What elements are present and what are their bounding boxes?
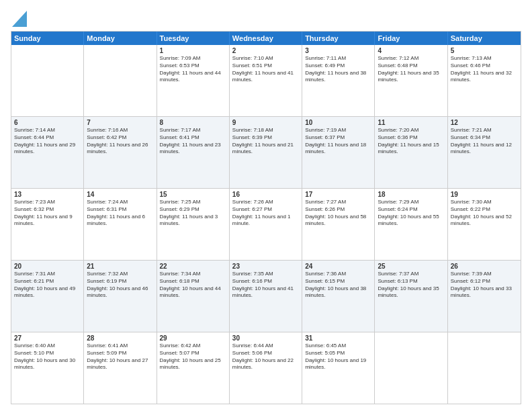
day-info: Sunrise: 7:32 AM Sunset: 6:19 PM Dayligh… xyxy=(87,271,153,300)
day-number: 5 xyxy=(451,47,518,54)
day-cell-27: 27Sunrise: 6:40 AM Sunset: 5:10 PM Dayli… xyxy=(11,332,84,404)
day-number: 1 xyxy=(160,47,226,54)
day-info: Sunrise: 7:36 AM Sunset: 6:15 PM Dayligh… xyxy=(305,271,371,300)
day-number: 22 xyxy=(160,263,226,270)
day-info: Sunrise: 6:41 AM Sunset: 5:09 PM Dayligh… xyxy=(87,342,153,371)
day-info: Sunrise: 7:25 AM Sunset: 6:29 PM Dayligh… xyxy=(160,199,226,228)
day-info: Sunrise: 7:13 AM Sunset: 6:46 PM Dayligh… xyxy=(451,55,518,84)
day-info: Sunrise: 7:23 AM Sunset: 6:32 PM Dayligh… xyxy=(14,199,81,228)
day-info: Sunrise: 7:35 AM Sunset: 6:16 PM Dayligh… xyxy=(232,271,299,300)
day-info: Sunrise: 7:39 AM Sunset: 6:12 PM Dayligh… xyxy=(451,271,518,300)
day-cell-17: 17Sunrise: 7:27 AM Sunset: 6:26 PM Dayli… xyxy=(302,189,375,260)
day-info: Sunrise: 7:27 AM Sunset: 6:26 PM Dayligh… xyxy=(305,199,371,228)
day-cell-6: 6Sunrise: 7:14 AM Sunset: 6:44 PM Daylig… xyxy=(11,117,84,188)
header-cell-friday: Friday xyxy=(375,32,447,45)
page: SundayMondayTuesdayWednesdayThursdayFrid… xyxy=(0,0,532,411)
day-number: 2 xyxy=(232,47,299,54)
logo xyxy=(11,11,27,27)
day-cell-22: 22Sunrise: 7:34 AM Sunset: 6:18 PM Dayli… xyxy=(157,261,230,332)
day-number: 14 xyxy=(87,191,153,198)
day-info: Sunrise: 7:20 AM Sunset: 6:36 PM Dayligh… xyxy=(378,127,444,156)
day-info: Sunrise: 7:10 AM Sunset: 6:51 PM Dayligh… xyxy=(232,55,299,84)
day-cell-3: 3Sunrise: 7:11 AM Sunset: 6:49 PM Daylig… xyxy=(302,45,375,116)
day-number: 29 xyxy=(160,334,226,342)
day-info: Sunrise: 6:42 AM Sunset: 5:07 PM Dayligh… xyxy=(160,342,226,371)
day-info: Sunrise: 7:26 AM Sunset: 6:27 PM Dayligh… xyxy=(232,199,299,228)
day-cell-26: 26Sunrise: 7:39 AM Sunset: 6:12 PM Dayli… xyxy=(448,261,521,332)
day-cell-18: 18Sunrise: 7:29 AM Sunset: 6:24 PM Dayli… xyxy=(375,189,447,260)
day-info: Sunrise: 7:17 AM Sunset: 6:41 PM Dayligh… xyxy=(160,127,226,156)
day-number: 18 xyxy=(378,191,444,198)
day-info: Sunrise: 7:09 AM Sunset: 6:53 PM Dayligh… xyxy=(160,55,226,84)
day-cell-12: 12Sunrise: 7:21 AM Sunset: 6:34 PM Dayli… xyxy=(448,117,521,188)
day-cell-15: 15Sunrise: 7:25 AM Sunset: 6:29 PM Dayli… xyxy=(157,189,230,260)
day-number: 30 xyxy=(232,334,299,342)
day-number: 10 xyxy=(305,119,371,126)
day-info: Sunrise: 7:21 AM Sunset: 6:34 PM Dayligh… xyxy=(451,127,518,156)
day-cell-7: 7Sunrise: 7:16 AM Sunset: 6:42 PM Daylig… xyxy=(84,117,157,188)
calendar-row-4: 20Sunrise: 7:31 AM Sunset: 6:21 PM Dayli… xyxy=(11,260,521,332)
day-cell-10: 10Sunrise: 7:19 AM Sunset: 6:37 PM Dayli… xyxy=(302,117,375,188)
calendar-row-2: 6Sunrise: 7:14 AM Sunset: 6:44 PM Daylig… xyxy=(11,116,521,188)
day-info: Sunrise: 6:45 AM Sunset: 5:05 PM Dayligh… xyxy=(305,342,371,371)
day-number: 24 xyxy=(305,263,371,270)
day-number: 26 xyxy=(451,263,518,270)
day-cell-5: 5Sunrise: 7:13 AM Sunset: 6:46 PM Daylig… xyxy=(448,45,521,116)
day-cell-11: 11Sunrise: 7:20 AM Sunset: 6:36 PM Dayli… xyxy=(375,117,447,188)
day-cell-31: 31Sunrise: 6:45 AM Sunset: 5:05 PM Dayli… xyxy=(302,332,375,404)
day-number: 31 xyxy=(305,334,371,342)
calendar-row-3: 13Sunrise: 7:23 AM Sunset: 6:32 PM Dayli… xyxy=(11,188,521,260)
day-cell-30: 30Sunrise: 6:44 AM Sunset: 5:06 PM Dayli… xyxy=(230,332,302,404)
day-cell-28: 28Sunrise: 6:41 AM Sunset: 5:09 PM Dayli… xyxy=(84,332,157,404)
day-cell-2: 2Sunrise: 7:10 AM Sunset: 6:51 PM Daylig… xyxy=(230,45,302,116)
day-cell-9: 9Sunrise: 7:18 AM Sunset: 6:39 PM Daylig… xyxy=(230,117,302,188)
day-number: 27 xyxy=(14,334,81,342)
day-cell-1: 1Sunrise: 7:09 AM Sunset: 6:53 PM Daylig… xyxy=(157,45,230,116)
day-cell-13: 13Sunrise: 7:23 AM Sunset: 6:32 PM Dayli… xyxy=(11,189,84,260)
svg-marker-0 xyxy=(12,11,27,27)
day-number: 16 xyxy=(232,191,299,198)
day-number: 12 xyxy=(451,119,518,126)
day-cell-19: 19Sunrise: 7:30 AM Sunset: 6:22 PM Dayli… xyxy=(448,189,521,260)
day-cell-empty-0-0 xyxy=(11,45,84,116)
day-cell-25: 25Sunrise: 7:37 AM Sunset: 6:13 PM Dayli… xyxy=(375,261,447,332)
calendar-row-5: 27Sunrise: 6:40 AM Sunset: 5:10 PM Dayli… xyxy=(11,332,521,404)
day-cell-23: 23Sunrise: 7:35 AM Sunset: 6:16 PM Dayli… xyxy=(230,261,302,332)
header-cell-wednesday: Wednesday xyxy=(230,32,302,45)
header-cell-saturday: Saturday xyxy=(448,32,521,45)
day-info: Sunrise: 7:19 AM Sunset: 6:37 PM Dayligh… xyxy=(305,127,371,156)
logo-icon xyxy=(12,8,27,27)
day-info: Sunrise: 7:24 AM Sunset: 6:31 PM Dayligh… xyxy=(87,199,153,228)
header-cell-sunday: Sunday xyxy=(11,32,84,45)
day-cell-14: 14Sunrise: 7:24 AM Sunset: 6:31 PM Dayli… xyxy=(84,189,157,260)
calendar-row-1: 1Sunrise: 7:09 AM Sunset: 6:53 PM Daylig… xyxy=(11,45,521,116)
day-info: Sunrise: 7:37 AM Sunset: 6:13 PM Dayligh… xyxy=(378,271,444,300)
day-info: Sunrise: 7:34 AM Sunset: 6:18 PM Dayligh… xyxy=(160,271,226,300)
day-number: 17 xyxy=(305,191,371,198)
day-info: Sunrise: 7:29 AM Sunset: 6:24 PM Dayligh… xyxy=(378,199,444,228)
day-number: 15 xyxy=(160,191,226,198)
day-cell-20: 20Sunrise: 7:31 AM Sunset: 6:21 PM Dayli… xyxy=(11,261,84,332)
header-cell-monday: Monday xyxy=(84,32,157,45)
day-cell-16: 16Sunrise: 7:26 AM Sunset: 6:27 PM Dayli… xyxy=(230,189,302,260)
day-info: Sunrise: 7:30 AM Sunset: 6:22 PM Dayligh… xyxy=(451,199,518,228)
day-number: 19 xyxy=(451,191,518,198)
day-number: 25 xyxy=(378,263,444,270)
day-info: Sunrise: 6:40 AM Sunset: 5:10 PM Dayligh… xyxy=(14,342,81,371)
day-info: Sunrise: 7:18 AM Sunset: 6:39 PM Dayligh… xyxy=(232,127,299,156)
day-cell-29: 29Sunrise: 6:42 AM Sunset: 5:07 PM Dayli… xyxy=(157,332,230,404)
day-info: Sunrise: 7:14 AM Sunset: 6:44 PM Dayligh… xyxy=(14,127,81,156)
day-cell-8: 8Sunrise: 7:17 AM Sunset: 6:41 PM Daylig… xyxy=(157,117,230,188)
day-number: 21 xyxy=(87,263,153,270)
calendar: SundayMondayTuesdayWednesdayThursdayFrid… xyxy=(11,31,521,404)
day-info: Sunrise: 7:31 AM Sunset: 6:21 PM Dayligh… xyxy=(14,271,81,300)
day-cell-21: 21Sunrise: 7:32 AM Sunset: 6:19 PM Dayli… xyxy=(84,261,157,332)
header xyxy=(11,11,521,27)
header-cell-thursday: Thursday xyxy=(302,32,375,45)
day-cell-empty-4-5 xyxy=(375,332,447,404)
day-number: 4 xyxy=(378,47,444,54)
day-cell-24: 24Sunrise: 7:36 AM Sunset: 6:15 PM Dayli… xyxy=(302,261,375,332)
day-cell-empty-4-6 xyxy=(448,332,521,404)
calendar-body: 1Sunrise: 7:09 AM Sunset: 6:53 PM Daylig… xyxy=(11,45,521,404)
day-number: 3 xyxy=(305,47,371,54)
